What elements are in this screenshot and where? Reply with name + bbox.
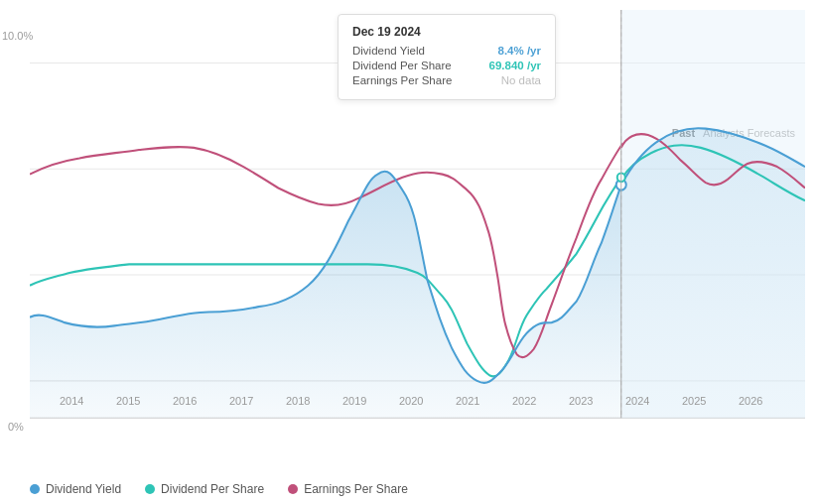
tooltip: Dec 19 2024 Dividend Yield 8.4% /yr Divi… (338, 14, 556, 100)
tooltip-date: Dec 19 2024 (352, 25, 541, 39)
legend-item-dps: Dividend Per Share (145, 482, 264, 496)
y-label-top: 10.0% (2, 30, 33, 42)
x-label-2022: 2022 (512, 395, 536, 407)
x-label-2024: 2024 (625, 395, 649, 407)
x-label-2015: 2015 (116, 395, 140, 407)
x-label-2020: 2020 (399, 395, 423, 407)
legend-label-yield: Dividend Yield (46, 482, 121, 496)
y-label-bottom: 0% (8, 421, 24, 433)
legend-item-yield: Dividend Yield (30, 482, 121, 496)
tooltip-row-dps: Dividend Per Share 69.840 /yr (352, 60, 541, 71)
tooltip-label-yield: Dividend Yield (352, 45, 425, 57)
legend-dot-eps (288, 484, 298, 494)
tooltip-label-eps: Earnings Per Share (352, 74, 452, 86)
chart-container: Dec 19 2024 Dividend Yield 8.4% /yr Divi… (0, 0, 815, 504)
tooltip-label-dps: Dividend Per Share (352, 60, 452, 71)
tooltip-row-yield: Dividend Yield 8.4% /yr (352, 45, 541, 57)
x-label-2026: 2026 (739, 395, 762, 407)
blue-area-fill (30, 172, 621, 419)
legend-item-eps: Earnings Per Share (288, 482, 408, 496)
tooltip-value-eps: No data (501, 74, 541, 86)
x-label-2018: 2018 (286, 395, 310, 407)
legend-dot-yield (30, 484, 40, 494)
x-label-2014: 2014 (60, 395, 83, 407)
x-label-2023: 2023 (569, 395, 593, 407)
x-labels: 2014 2015 2016 2017 2018 2019 2020 2021 … (60, 395, 795, 407)
tooltip-value-dps: 69.840 /yr (489, 60, 541, 71)
legend-dot-dps (145, 484, 155, 494)
x-label-2021: 2021 (456, 395, 479, 407)
x-label-2017: 2017 (229, 395, 253, 407)
x-label-2016: 2016 (173, 395, 197, 407)
legend-label-eps: Earnings Per Share (304, 482, 408, 496)
legend: Dividend Yield Dividend Per Share Earnin… (30, 482, 408, 496)
blue-area-forecast-fill (621, 128, 805, 418)
legend-label-dps: Dividend Per Share (161, 482, 264, 496)
x-label-2019: 2019 (342, 395, 366, 407)
tooltip-value-yield: 8.4% /yr (498, 45, 541, 57)
x-label-2025: 2025 (682, 395, 706, 407)
tooltip-row-eps: Earnings Per Share No data (352, 74, 541, 86)
